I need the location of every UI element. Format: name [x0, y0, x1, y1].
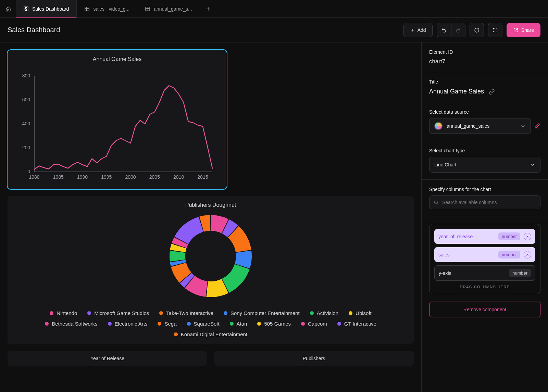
legend-swatch: [174, 332, 178, 336]
undo-button[interactable]: [437, 23, 451, 37]
legend-item[interactable]: GT Interactive: [337, 321, 376, 327]
legend-item[interactable]: Take-Two Interactive: [159, 310, 213, 316]
legend-item[interactable]: Nintendo: [50, 310, 77, 316]
edit-icon: [534, 123, 540, 129]
legend-item[interactable]: Activision: [310, 310, 338, 316]
datasource-swatch-icon: [434, 122, 443, 130]
legend-item[interactable]: Sony Computer Entertainment: [224, 310, 300, 316]
legend-item[interactable]: SquareSoft: [187, 321, 220, 327]
legend-label: Electronic Arts: [115, 321, 148, 327]
legend-item[interactable]: Atari: [230, 321, 247, 327]
svg-rect-1: [26, 7, 28, 8]
legend-label: Take-Two Interactive: [166, 310, 213, 316]
chart-publishers[interactable]: Publishers: [214, 351, 414, 366]
legend-label: Ubisoft: [356, 310, 372, 316]
legend-item[interactable]: Electronic Arts: [108, 321, 148, 327]
section-datasource: Select data source annual_game_sales: [422, 102, 548, 141]
add-button-label: Add: [418, 27, 426, 33]
columns-well[interactable]: year_of_release number sales number: [429, 224, 540, 294]
legend-swatch: [87, 311, 91, 315]
plus-icon: [410, 28, 415, 33]
column-chip[interactable]: sales number: [434, 247, 535, 262]
legend-item[interactable]: Bethesda Softworks: [45, 321, 97, 327]
legend-swatch: [301, 322, 305, 326]
svg-text:0: 0: [27, 169, 30, 174]
chart-title: Year of Release: [90, 356, 124, 361]
fullscreen-button[interactable]: [488, 23, 502, 37]
chart-year-of-release[interactable]: Year of Release: [8, 351, 207, 366]
charttype-value: Line Chart: [434, 162, 457, 167]
chart-annual-game-sales[interactable]: Annual Game Sales 0200400600800198019851…: [8, 50, 227, 189]
undo-icon: [441, 27, 447, 33]
legend-item[interactable]: Konami Digital Entertainment: [174, 331, 247, 337]
home-button[interactable]: [2, 3, 14, 15]
svg-rect-5: [146, 7, 150, 11]
title-value[interactable]: Annual Game Sales: [429, 88, 484, 95]
tab-sales-dashboard[interactable]: Sales Dashboard: [16, 0, 77, 18]
column-search-input[interactable]: [442, 200, 536, 205]
canvas[interactable]: Annual Game Sales 0200400600800198019851…: [0, 42, 421, 392]
section-label: Element ID: [429, 49, 540, 55]
chart-publishers-doughnut[interactable]: Publishers Doughnut NintendoMicrosoft Ga…: [8, 196, 414, 344]
svg-text:2015: 2015: [197, 174, 208, 180]
svg-text:2010: 2010: [173, 174, 184, 180]
dashboard-icon: [23, 6, 29, 12]
section-columns: Specify columns for the chart: [422, 180, 548, 216]
column-chip[interactable]: year_of_release number: [434, 229, 535, 244]
legend-item[interactable]: Sega: [158, 321, 176, 327]
share-button[interactable]: Share: [507, 23, 540, 37]
svg-text:400: 400: [22, 121, 30, 126]
remove-chip-button[interactable]: [524, 233, 531, 240]
search-icon: [434, 200, 439, 205]
expand-icon: [493, 27, 498, 33]
legend-label: 505 Games: [264, 321, 291, 327]
remove-chip-button[interactable]: [524, 251, 531, 258]
svg-text:800: 800: [22, 73, 30, 78]
legend-swatch: [310, 311, 314, 315]
redo-button[interactable]: [451, 23, 465, 37]
legend-label: Microsoft Game Studios: [94, 310, 149, 316]
page-title: Sales Dashboard: [8, 26, 60, 34]
legend-item[interactable]: Capcom: [301, 321, 327, 327]
tab-annual-game[interactable]: annual_game_s...: [137, 0, 200, 18]
legend-swatch: [45, 322, 49, 326]
chart-title: Publishers: [303, 356, 325, 361]
svg-text:2000: 2000: [125, 174, 136, 180]
tab-label: annual_game_s...: [154, 6, 192, 12]
section-charttype: Select chart type Line Chart: [422, 141, 548, 180]
chart-title: Publishers Doughnut: [14, 202, 408, 208]
legend-label: Sega: [164, 321, 176, 327]
column-search[interactable]: [429, 195, 540, 209]
axis-chip[interactable]: y-axis number: [434, 265, 535, 281]
svg-rect-4: [85, 7, 89, 11]
legend-item[interactable]: Ubisoft: [349, 310, 372, 316]
chart-title: Annual Game Sales: [14, 56, 221, 62]
type-pill: number: [509, 269, 531, 277]
remove-component-button[interactable]: Remove component: [429, 302, 540, 317]
legend-label: Sony Computer Entertainment: [231, 310, 300, 316]
tab-sales-video[interactable]: sales - video_g...: [77, 0, 137, 18]
svg-text:1985: 1985: [53, 174, 64, 180]
tabbar: Sales Dashboard sales - video_g... annua…: [0, 0, 548, 18]
datasource-select[interactable]: annual_game_sales: [429, 118, 531, 134]
doughnut-chart: [166, 212, 255, 301]
chevron-down-icon: [520, 123, 526, 129]
bottom-row: Year of Release Publishers: [8, 351, 414, 366]
legend-item[interactable]: 505 Games: [257, 321, 291, 327]
tab-label: Sales Dashboard: [32, 6, 69, 12]
table-icon: [84, 6, 90, 12]
add-button[interactable]: Add: [403, 23, 433, 37]
svg-text:600: 600: [22, 97, 30, 102]
svg-text:1990: 1990: [77, 174, 88, 180]
svg-text:1995: 1995: [101, 174, 112, 180]
legend-item[interactable]: Microsoft Game Studios: [87, 310, 149, 316]
legend-swatch: [159, 311, 163, 315]
legend-label: GT Interactive: [344, 321, 376, 327]
charttype-select[interactable]: Line Chart: [429, 157, 540, 173]
add-tab-button[interactable]: [201, 2, 215, 16]
drag-hint: DRAG COLUMNS HERE: [434, 285, 535, 289]
link-icon[interactable]: [489, 89, 495, 95]
refresh-button[interactable]: [470, 23, 484, 37]
edit-datasource-button[interactable]: [534, 123, 540, 129]
legend-label: Konami Digital Entertainment: [181, 331, 247, 337]
